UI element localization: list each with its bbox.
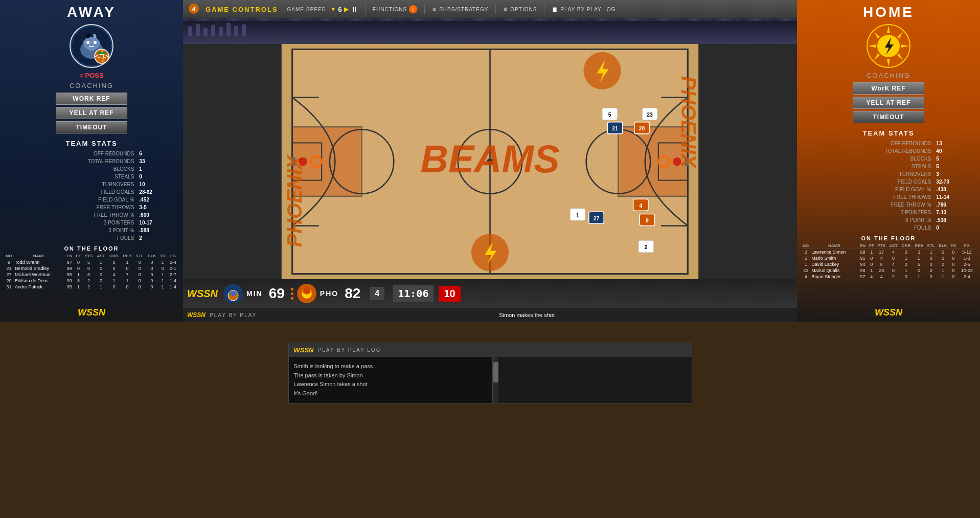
shot-clock: 10	[439, 286, 460, 302]
svg-text:5: 5	[608, 112, 611, 118]
player-row: 23Marius Qualls9812301001010-22	[801, 267, 976, 274]
pbp-log-title: PLAY BY PLAY LOG	[318, 347, 381, 353]
options-icon: ⚙	[503, 7, 508, 12]
subs-icon: ⚙	[432, 7, 437, 12]
svg-text:BEAMS: BEAMS	[421, 138, 560, 181]
home-wssn-logo: WSSN	[875, 305, 902, 318]
players-header-row: NO NAME EN PF PTS AST ORB REB STL BLK TO…	[801, 243, 976, 249]
svg-text:9: 9	[646, 218, 649, 223]
play-by-play-log-button[interactable]: 📋 PLAY BY PLAY LOG	[552, 7, 616, 12]
functions-button[interactable]: FUNCTIONS !	[373, 5, 417, 13]
svg-text:1: 1	[576, 213, 579, 218]
player-row: 4Bryan Stringer97442010102-4	[801, 274, 976, 280]
pbp-log-right	[498, 357, 692, 403]
stat-row: FIELD GOALS28-62	[5, 189, 178, 195]
home-score-logo	[297, 283, 317, 304]
away-stats-table: OFF REBOUNDS6 TOTAL REBOUNDS33 BLOCKS1 S…	[4, 149, 179, 242]
stat-row: TURNOVERS10	[5, 181, 178, 188]
speed-control: ▼ 6 ▶ ⏸	[330, 5, 358, 13]
speed-up-button[interactable]: ▶	[344, 6, 349, 13]
svg-rect-10	[196, 24, 200, 36]
svg-text:2: 2	[645, 244, 648, 250]
game-controls-bar: 4 GAME CONTROLS GAME SPEED ▼ 6 ▶ ⏸ FUNCT…	[183, 0, 797, 18]
stat-row: STEALS0	[5, 173, 178, 180]
pbp-log-header: WSSN PLAY BY PLAY LOG	[289, 343, 692, 357]
speed-down-button[interactable]: ▼	[330, 6, 336, 13]
svg-text:4: 4	[191, 5, 196, 13]
pbp-log-content: Smith is looking to make a pass The pass…	[289, 357, 692, 403]
stat-row: FIELD GOALS32-73	[802, 178, 975, 185]
away-work-ref-button[interactable]: WORK REF	[56, 93, 127, 105]
player-row: 27Michael Wortman95160470012-7	[4, 272, 179, 278]
pbp-entry: Smith is looking to make a pass	[294, 362, 487, 371]
away-logo	[69, 23, 115, 69]
on-the-floor-home: ON THE FLOOR	[861, 235, 916, 241]
pbp-entry: The pass is taken by Simon	[294, 371, 487, 380]
on-the-floor-away: ON THE FLOOR	[64, 245, 119, 252]
separator	[495, 4, 496, 14]
stat-row: TOTAL REBOUNDS33	[5, 158, 178, 165]
stat-row: FOULS2	[5, 235, 178, 241]
stat-row: BLOCKS5	[802, 155, 975, 162]
stat-row: FREE THROWS11-14	[802, 194, 975, 200]
away-yell-at-ref-button[interactable]: YELL AT REF	[56, 107, 127, 119]
stat-row: FREE THROW %.600	[5, 212, 178, 218]
stat-row: FOULS0	[802, 224, 975, 231]
pbp-text: Simon makes the shot	[261, 312, 793, 318]
home-yell-at-ref-button[interactable]: YELL AT REF	[853, 97, 924, 109]
stat-row: FIELD GOAL %.452	[5, 196, 178, 203]
score-divider	[291, 288, 293, 300]
away-score: 69	[269, 285, 285, 302]
svg-rect-16	[242, 24, 246, 36]
pbp-wssn: WSSN	[187, 311, 206, 319]
player-row: 31Andre Patrick95121000011-4	[4, 284, 179, 290]
home-timeout-button[interactable]: TIMEOUT	[853, 111, 924, 123]
pbp-log-scrollbar[interactable]	[492, 357, 498, 403]
away-timeout-button[interactable]: TIMEOUT	[56, 121, 127, 133]
court-container: PHOENIX PHOENIX BEAMS	[183, 44, 797, 279]
subs-strategy-button[interactable]: ⚙ SUBS/STRATEGY	[432, 7, 488, 12]
away-abbr: MIN	[246, 289, 263, 298]
home-team-stats-label: TEAM STATS	[862, 129, 914, 137]
stat-row: BLOCKS1	[5, 166, 178, 172]
svg-text:21: 21	[612, 126, 618, 131]
functions-badge: !	[409, 5, 417, 13]
stat-row: 3 POINT %.588	[5, 227, 178, 234]
pbp-icon: 📋	[552, 7, 558, 12]
svg-point-81	[299, 157, 307, 166]
stat-row: FREE THROWS3-5	[5, 204, 178, 211]
player-row: 9Todd Wrenn97051010012-4	[4, 259, 179, 266]
stat-row: TURNOVERS3	[802, 171, 975, 177]
svg-text:PHOENIX: PHOENIX	[677, 76, 700, 169]
stat-row: STEALS5	[802, 163, 975, 170]
controls-logo: 4	[188, 3, 199, 16]
player-row: 1David Lackey94084050002-5	[801, 261, 976, 267]
separator	[424, 4, 425, 14]
player-row: 2Lawrence Simon991174031005-11	[801, 249, 976, 256]
pbp-entry: It's Good!	[294, 389, 487, 398]
away-players-table: NO NAME EN PF PTS AST ORB REB STL BLK TO…	[4, 253, 179, 290]
pbp-log-text[interactable]: Smith is looking to make a pass The pass…	[289, 357, 492, 403]
time-display: 11:06	[393, 285, 434, 302]
home-panel: HOME	[797, 0, 980, 322]
stat-row: FREE THROW %.786	[802, 201, 975, 208]
away-title: AWAY	[67, 4, 116, 20]
home-coaching-label: COACHING	[867, 72, 910, 79]
game-controls-title: GAME CONTROLS	[206, 6, 278, 13]
quarter-display: 4	[370, 287, 384, 300]
home-title: HOME	[863, 4, 914, 20]
pause-button[interactable]: ⏸	[351, 5, 358, 13]
scrollbar-thumb	[493, 362, 498, 382]
svg-rect-11	[203, 28, 208, 36]
stat-row: 3 POINTERS7-13	[802, 209, 975, 216]
svg-rect-12	[211, 25, 215, 36]
stat-row: 3 POINTERS10-17	[5, 219, 178, 226]
home-score: 82	[345, 285, 360, 302]
svg-point-5	[95, 49, 109, 63]
pbp-entry: Lawrence Simon takes a shot	[294, 380, 487, 389]
pbp-log-wssn: WSSN	[294, 346, 314, 354]
options-button[interactable]: ⚙ OPTIONS	[503, 7, 537, 12]
stat-row: OFF REBOUNDS6	[5, 150, 178, 157]
svg-point-4	[94, 41, 97, 44]
home-work-ref-button[interactable]: WorK REF	[853, 82, 924, 95]
